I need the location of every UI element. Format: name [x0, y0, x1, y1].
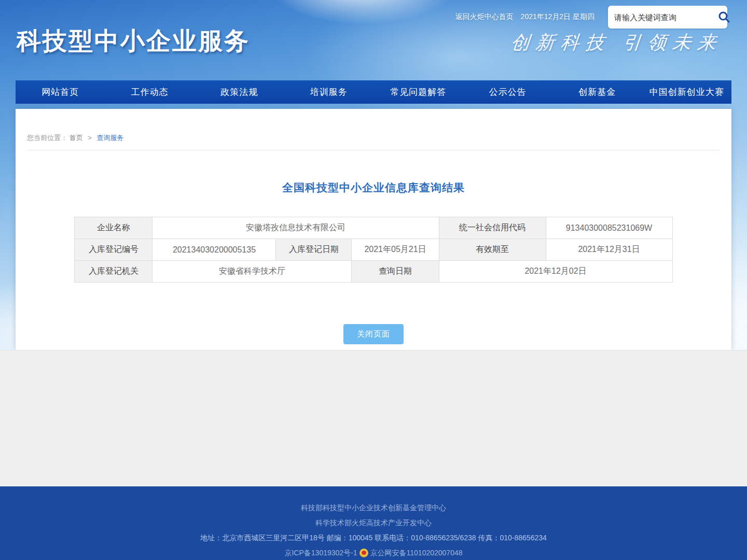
nav-item-work-news[interactable]: 工作动态 — [105, 80, 195, 104]
value-credit-code: 91340300085231069W — [546, 217, 672, 239]
table-row: 入库登记机关 安徽省科学技术厅 查询日期 2021年12月02日 — [75, 261, 672, 283]
breadcrumb-home-link[interactable]: 首页 — [70, 134, 83, 142]
table-row: 企业名称 安徽塔孜信息技术有限公司 统一社会信用代码 9134030008523… — [75, 217, 672, 239]
label-registration-date: 入库登记日期 — [276, 239, 352, 261]
main-navigation: 网站首页 工作动态 政策法规 培训服务 常见问题解答 公示公告 创新基金 中国创… — [16, 80, 731, 104]
content-panel: 您当前位置： 首页 > 查询服务 全国科技型中小企业信息库查询结果 企业名称 安… — [16, 109, 731, 350]
nav-item-competition[interactable]: 中国创新创业大赛 — [642, 80, 732, 104]
page-title: 全国科技型中小企业信息库查询结果 — [16, 180, 731, 195]
close-page-button[interactable]: 关闭页面 — [343, 324, 404, 344]
value-registration-number: 202134030200005135 — [153, 239, 276, 261]
icp-record-link[interactable]: 京ICP备13019302号-1 — [284, 545, 357, 560]
nav-item-training[interactable]: 培训服务 — [284, 80, 374, 104]
nav-item-policies[interactable]: 政策法规 — [195, 80, 284, 104]
label-valid-until: 有效期至 — [439, 239, 546, 261]
value-query-date: 2021年12月02日 — [439, 261, 672, 283]
label-registration-authority: 入库登记机关 — [75, 261, 153, 283]
value-company-name: 安徽塔孜信息技术有限公司 — [153, 217, 439, 239]
breadcrumb-separator: > — [88, 134, 92, 142]
breadcrumb: 您当前位置： 首页 > 查询服务 — [27, 133, 720, 150]
footer-icp-line: 京ICP备13019302号-1 京公网安备11010202007048 — [0, 545, 747, 560]
nav-item-announcements[interactable]: 公示公告 — [463, 80, 553, 104]
value-registration-date: 2021年05月21日 — [352, 239, 439, 261]
police-badge-icon — [359, 549, 368, 557]
site-slogan: 创新科技 引领未来 — [509, 30, 724, 55]
table-row: 入库登记编号 202134030200005135 入库登记日期 2021年05… — [75, 239, 672, 261]
public-security-record-link[interactable]: 京公网安备11010202007048 — [370, 545, 463, 560]
footer-org-line-2: 科学技术部火炬高技术产业开发中心 — [0, 515, 747, 530]
search-box — [608, 6, 727, 29]
current-date-text: 2021年12月2日 星期四 — [521, 12, 594, 22]
top-utility-row: 返回火炬中心首页 2021年12月2日 星期四 — [455, 6, 727, 29]
label-registration-number: 入库登记编号 — [75, 239, 153, 261]
search-input[interactable] — [614, 13, 717, 22]
label-company-name: 企业名称 — [75, 217, 153, 239]
search-button[interactable] — [717, 9, 731, 25]
footer-org-line-1: 科技部科技型中小企业技术创新基金管理中心 — [0, 486, 747, 515]
nav-item-home[interactable]: 网站首页 — [16, 80, 105, 104]
footer-address-line: 地址：北京市西城区三里河二区甲18号 邮编：100045 联系电话：010-88… — [0, 530, 747, 545]
nav-item-innovation-fund[interactable]: 创新基金 — [552, 80, 642, 104]
label-query-date: 查询日期 — [352, 261, 439, 283]
search-icon — [717, 10, 731, 24]
torch-center-home-link[interactable]: 返回火炬中心首页 — [455, 12, 514, 22]
query-result-table: 企业名称 安徽塔孜信息技术有限公司 统一社会信用代码 9134030008523… — [74, 217, 672, 283]
value-valid-until: 2021年12月31日 — [546, 239, 672, 261]
label-credit-code: 统一社会信用代码 — [439, 217, 546, 239]
breadcrumb-prefix: 您当前位置： — [27, 134, 67, 142]
breadcrumb-current-link[interactable]: 查询服务 — [96, 134, 123, 142]
lower-gray-area — [0, 350, 747, 486]
nav-item-faq[interactable]: 常见问题解答 — [374, 80, 463, 104]
page-footer: 科技部科技型中小企业技术创新基金管理中心 科学技术部火炬高技术产业开发中心 地址… — [0, 486, 747, 560]
site-logo-title: 科技型中小企业服务 — [17, 25, 250, 58]
value-registration-authority: 安徽省科学技术厅 — [153, 261, 352, 283]
